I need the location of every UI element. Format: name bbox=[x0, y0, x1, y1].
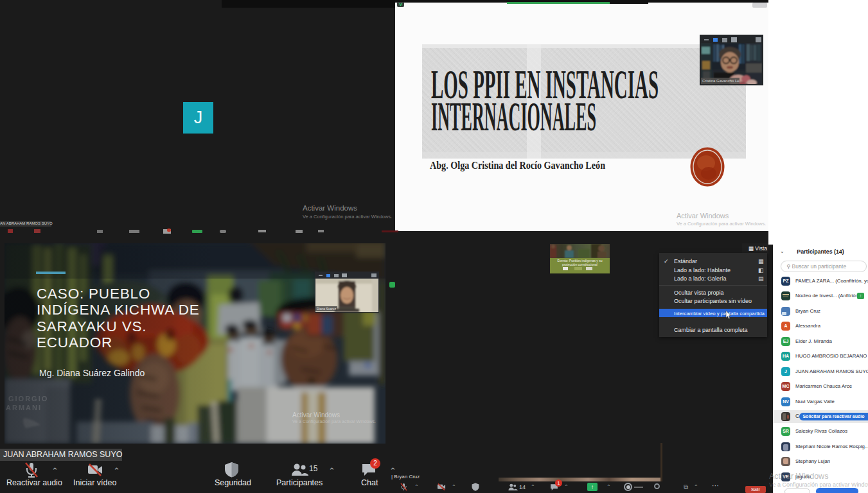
svg-text:INTERNACIONALES: INTERNACIONALES bbox=[431, 94, 596, 139]
svg-text:Abg. Olga Cristina del Rocío G: Abg. Olga Cristina del Rocío Gavancho Le… bbox=[430, 160, 605, 171]
